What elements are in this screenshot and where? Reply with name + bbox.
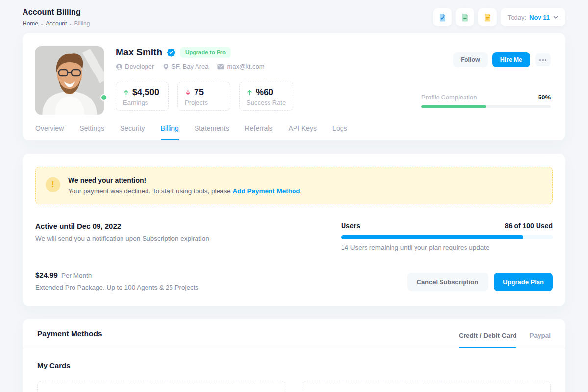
upgrade-to-pro-badge[interactable]: Upgrade to Pro xyxy=(180,47,231,58)
user-icon xyxy=(116,63,122,70)
arrow-up-icon xyxy=(123,89,129,96)
payment-methods-card: Payment Methods Credit / Debit Card Payp… xyxy=(23,319,565,392)
breadcrumb-account[interactable]: Account xyxy=(46,20,67,27)
alert-body-suffix: . xyxy=(300,187,302,195)
tab-billing[interactable]: Billing xyxy=(161,124,179,140)
completion-progress-track xyxy=(421,105,551,108)
page-title: Account Billing xyxy=(23,8,90,17)
verified-badge-icon xyxy=(167,48,176,57)
breadcrumb-separator xyxy=(41,24,43,25)
users-note: 14 Users remaining until your plan requi… xyxy=(341,244,553,251)
online-status-dot xyxy=(100,94,107,101)
top-actions: Today: Nov 11 xyxy=(433,8,565,26)
file-plus-icon xyxy=(460,12,470,22)
tab-referrals[interactable]: Referrals xyxy=(245,124,273,140)
mail-icon xyxy=(217,64,224,70)
profile-stats: $4,500 Earnings 75 Projects xyxy=(116,82,410,111)
alert-title: We need your attention! xyxy=(68,176,302,184)
profile-meta: Developer SF, Bay Area xyxy=(116,63,410,70)
users-usage: Users 86 of 100 Used 14 Users remaining … xyxy=(341,222,553,251)
file-plus-button[interactable] xyxy=(456,8,474,26)
profile-location: SF, Bay Area xyxy=(163,63,208,70)
card-slot xyxy=(37,381,286,392)
date-value: Nov 11 xyxy=(529,14,550,21)
tab-api-keys[interactable]: API Keys xyxy=(289,124,317,140)
hire-me-button[interactable]: Hire Me xyxy=(492,52,530,67)
users-progress-track xyxy=(341,235,553,239)
completion-value: 50% xyxy=(538,94,551,101)
plan-price-period: Per Month xyxy=(61,272,92,279)
tab-statements[interactable]: Statements xyxy=(195,124,229,140)
title-block: Account Billing Home Account Billing xyxy=(23,8,90,27)
stat-projects-value: 75 xyxy=(194,87,204,98)
stat-success-rate: %60 Success Rate xyxy=(239,82,293,111)
file-check-button[interactable] xyxy=(433,8,452,26)
profile-role: Developer xyxy=(116,63,154,70)
payment-warning-alert: ! We need your attention! Your payment w… xyxy=(35,167,553,204)
avatar xyxy=(35,46,104,115)
my-cards-title: My Cards xyxy=(37,361,551,369)
more-options-button[interactable] xyxy=(535,53,551,66)
stat-projects: 75 Projects xyxy=(177,82,230,111)
file-lines-icon xyxy=(483,12,492,22)
tab-security[interactable]: Security xyxy=(120,124,145,140)
cards-grid xyxy=(37,381,551,392)
cancel-subscription-button[interactable]: Cancel Subscription xyxy=(407,273,489,291)
profile-card: Max Smith Upgrade to Pro Deve xyxy=(23,33,565,140)
users-progress-fill xyxy=(341,235,523,239)
stat-earnings-value: $4,500 xyxy=(132,87,159,98)
plan-price: $24.99 xyxy=(35,271,58,279)
profile-email-label: max@kt.com xyxy=(227,63,264,70)
active-until-title: Active until Dec 09, 2022 xyxy=(35,222,209,230)
alert-body-text: Your payment was declined. To start usin… xyxy=(68,187,231,195)
breadcrumb-billing: Billing xyxy=(74,20,90,27)
profile-email: max@kt.com xyxy=(217,63,264,70)
users-used-label: 86 of 100 Used xyxy=(505,222,553,230)
file-check-icon xyxy=(438,12,447,22)
stat-success-rate-label: Success Rate xyxy=(246,99,286,106)
profile-location-label: SF, Bay Area xyxy=(172,63,208,70)
profile-tabs: Overview Settings Security Billing State… xyxy=(35,124,551,140)
payment-method-tabs: Credit / Debit Card Paypal xyxy=(459,319,551,348)
billing-summary-card: ! We need your attention! Your payment w… xyxy=(23,154,565,306)
follow-button[interactable]: Follow xyxy=(453,52,488,67)
chevron-down-icon xyxy=(553,14,559,20)
arrow-down-icon xyxy=(185,89,191,96)
date-label: Today: xyxy=(508,14,526,21)
location-icon xyxy=(163,63,169,70)
profile-name: Max Smith xyxy=(116,47,162,58)
profile-completion: Profile Compleation 50% xyxy=(421,94,551,108)
stat-success-rate-value: %60 xyxy=(256,87,273,98)
tab-logs[interactable]: Logs xyxy=(332,124,347,140)
tab-credit-debit-card[interactable]: Credit / Debit Card xyxy=(459,332,517,348)
stat-projects-label: Projects xyxy=(185,99,223,106)
users-label: Users xyxy=(341,222,360,230)
upgrade-plan-button[interactable]: Upgrade Plan xyxy=(494,273,553,291)
add-payment-method-link[interactable]: Add Payment Method xyxy=(232,187,300,195)
breadcrumb: Home Account Billing xyxy=(23,20,90,27)
alert-body: Your payment was declined. To start usin… xyxy=(68,187,302,195)
date-selector[interactable]: Today: Nov 11 xyxy=(501,8,565,26)
active-until-desc: We will send you a notification upon Sub… xyxy=(35,235,209,242)
breadcrumb-home[interactable]: Home xyxy=(23,20,38,27)
profile-role-label: Developer xyxy=(125,63,154,70)
breadcrumb-separator xyxy=(70,24,71,25)
warning-icon: ! xyxy=(46,177,60,192)
file-lines-button[interactable] xyxy=(478,8,497,26)
top-header: Account Billing Home Account Billing xyxy=(23,0,565,31)
completion-label: Profile Compleation xyxy=(421,94,477,101)
plan-price-block: $24.99 Per Month Extended Pro Package. U… xyxy=(35,271,198,291)
tab-paypal[interactable]: Paypal xyxy=(529,332,551,348)
plan-description: Extended Pro Package. Up to 100 Agents &… xyxy=(35,284,198,291)
stat-earnings-label: Earnings xyxy=(123,99,161,106)
payment-methods-title: Payment Methods xyxy=(37,329,102,338)
stat-earnings: $4,500 Earnings xyxy=(116,82,169,111)
avatar-image xyxy=(35,46,104,115)
tab-overview[interactable]: Overview xyxy=(35,124,64,140)
card-slot xyxy=(302,381,551,392)
subscription-status: Active until Dec 09, 2022 We will send y… xyxy=(35,222,209,251)
completion-progress-fill xyxy=(421,105,486,108)
tab-settings[interactable]: Settings xyxy=(79,124,104,140)
arrow-up-icon xyxy=(246,89,253,96)
